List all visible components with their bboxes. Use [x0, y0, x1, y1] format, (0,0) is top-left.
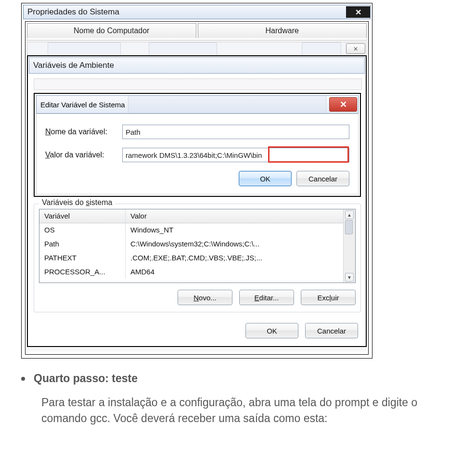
tabs-frame: Nome do Computador Hardware ⨯ Variáveis … [25, 21, 369, 355]
scroll-up-icon[interactable]: ▲ [345, 210, 354, 219]
close-button[interactable]: ✕ [346, 6, 370, 18]
new-button[interactable]: Novo... [178, 290, 232, 305]
variable-value-label: Valor da variável: [45, 151, 122, 159]
variable-name-label: Nome da variável: [45, 128, 122, 136]
env-variables-title: Variáveis de Ambiente [33, 61, 114, 70]
close-icon: ✕ [340, 99, 347, 110]
system-variables-group: Variáveis do sistema Variável Valor OS W… [34, 204, 361, 312]
cancel-button[interactable]: Cancelar [305, 323, 358, 338]
scroll-down-icon[interactable]: ▼ [345, 273, 354, 282]
delete-button[interactable]: Excluir [301, 290, 356, 305]
step-heading-row: Quarto passo: teste [19, 372, 443, 385]
scroll-thumb[interactable] [345, 220, 353, 234]
edit-variable-title: Editar Variável de Sistema [40, 101, 125, 109]
edit-variable-dialog: Editar Variável de Sistema ✕ Nome da var… [34, 93, 361, 197]
secondary-close-button[interactable]: ⨯ [346, 43, 365, 54]
env-variables-dialog: Variáveis de Ambiente Editar Variável de… [27, 55, 367, 347]
system-variables-label: Variáveis do sistema [39, 198, 115, 207]
variable-name-input[interactable]: Path [122, 125, 349, 139]
step-title: Quarto passo: teste [34, 372, 138, 385]
scrollbar[interactable]: ▲ ▼ [343, 209, 355, 283]
step-paragraph: Para testar a instalação e a configuraçã… [41, 395, 443, 427]
cancel-button[interactable]: Cancelar [296, 171, 349, 186]
list-item[interactable]: PROCESSOR_A... AMD64 [39, 265, 343, 279]
blurred-tab-row: ⨯ [27, 42, 367, 55]
col-variable-header: Variável [39, 209, 126, 223]
system-variables-list[interactable]: Variável Valor OS Windows_NT Path C:\Win… [39, 209, 356, 283]
highlight-annotation [268, 146, 349, 163]
ok-button[interactable]: OK [245, 323, 298, 338]
close-button[interactable]: ✕ [329, 97, 357, 112]
titlebar-system-properties[interactable]: Propriedades do Sistema ✕ [23, 5, 371, 19]
bullet-icon [21, 377, 25, 381]
user-variables-header-blurred [34, 78, 362, 90]
titlebar-env-variables[interactable]: Variáveis de Ambiente [29, 57, 365, 74]
list-item[interactable]: OS Windows_NT [39, 223, 343, 237]
close-icon: ⨯ [353, 45, 358, 52]
window-title: Propriedades do Sistema [27, 7, 119, 17]
variable-value-input[interactable]: ramework DMS\1.3.23\64bit;C:\MinGW\bin [122, 148, 349, 162]
close-icon: ✕ [355, 8, 361, 17]
tab-hardware[interactable]: Hardware [198, 23, 367, 38]
system-properties-window: Propriedades do Sistema ✕ Nome do Comput… [21, 3, 372, 359]
list-item[interactable]: PATHEXT .COM;.EXE;.BAT;.CMD;.VBS;.VBE;.J… [39, 251, 343, 265]
list-item[interactable]: Path C:\Windows\system32;C:\Windows;C:\.… [39, 237, 343, 251]
list-header[interactable]: Variável Valor [39, 209, 343, 223]
edit-button[interactable]: Editar... [239, 290, 294, 305]
titlebar-edit-variable[interactable]: Editar Variável de Sistema ✕ [36, 95, 359, 114]
ok-button[interactable]: OK [239, 171, 292, 186]
tab-computer-name[interactable]: Nome do Computador [27, 23, 196, 38]
col-value-header: Valor [126, 209, 343, 223]
